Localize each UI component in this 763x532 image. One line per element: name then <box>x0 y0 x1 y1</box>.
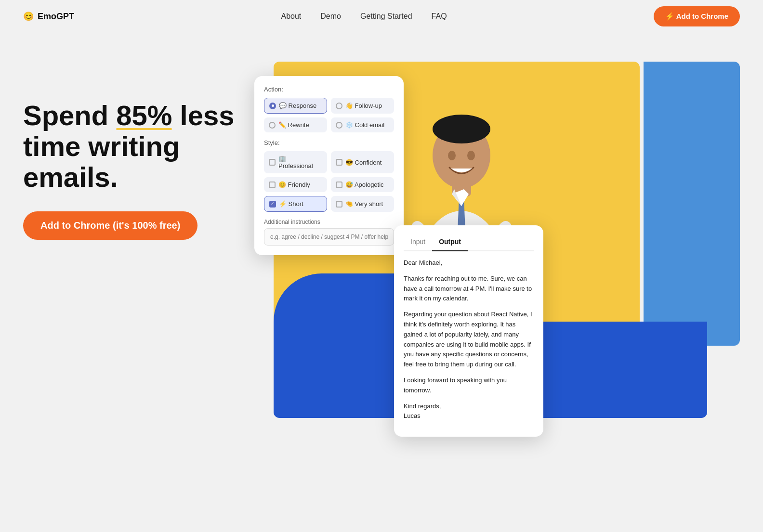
action-cold-email[interactable]: ❄️ Cold email <box>331 117 394 132</box>
email-para1: Thanks for reaching out to me. Sure, we … <box>404 274 534 304</box>
style-apologetic-label: 😅 Apologetic <box>345 181 384 188</box>
hero-highlight: 85% <box>116 100 172 131</box>
action-followup[interactable]: 👋 Follow-up <box>331 98 394 114</box>
bg-blue-arc <box>644 62 740 346</box>
ui-card: Action: 💬 Response 👋 Follow-up ✏️ Rewrit… <box>254 76 404 255</box>
email-greeting: Dear Michael, <box>404 258 534 268</box>
style-short[interactable]: ⚡ Short <box>264 196 327 212</box>
nav-demo[interactable]: Demo <box>320 12 341 20</box>
style-label: Style: <box>264 139 394 146</box>
style-professional[interactable]: 🏢 Professional <box>264 151 327 173</box>
cb-very-short <box>336 201 342 208</box>
style-professional-label: 🏢 Professional <box>278 155 322 169</box>
hero-left: Spend 85% lesstime writingemails. Add to… <box>23 62 254 240</box>
output-body: Dear Michael, Thanks for reaching out to… <box>404 258 534 421</box>
cb-professional <box>269 159 276 166</box>
svg-point-3 <box>433 115 490 143</box>
action-cold-label: ❄️ Cold email <box>345 121 384 129</box>
tab-output[interactable]: Output <box>432 235 468 250</box>
nav-faq[interactable]: FAQ <box>432 12 447 20</box>
svg-point-4 <box>448 151 456 160</box>
nav-links: About Demo Getting Started FAQ <box>281 12 447 21</box>
action-response[interactable]: 💬 Response <box>264 98 327 114</box>
brand-logo[interactable]: 😊 EmoGPT <box>23 11 74 22</box>
output-tabs: Input Output <box>404 235 534 251</box>
radio-cold-dot <box>336 122 342 129</box>
email-para3: Looking forward to speaking with you tom… <box>404 376 534 396</box>
style-very-short[interactable]: 🤏 Very short <box>331 196 394 212</box>
hero-section: Spend 85% lesstime writingemails. Add to… <box>0 33 763 466</box>
brand-name: EmoGPT <box>38 12 74 22</box>
action-followup-label: 👋 Follow-up <box>345 102 382 109</box>
nav-add-chrome-button[interactable]: ⚡ Add to Chrome <box>654 6 740 26</box>
action-grid: 💬 Response 👋 Follow-up ✏️ Rewrite ❄️ Col… <box>264 98 394 132</box>
action-label: Action: <box>264 86 394 93</box>
hero-right: Action: 💬 Response 👋 Follow-up ✏️ Rewrit… <box>254 62 740 447</box>
action-rewrite-label: ✏️ Rewrite <box>278 121 309 129</box>
hero-title: Spend 85% lesstime writingemails. <box>23 100 254 192</box>
style-apologetic[interactable]: 😅 Apologetic <box>331 177 394 192</box>
navbar: 😊 EmoGPT About Demo Getting Started FAQ … <box>0 0 763 33</box>
hero-cta-button[interactable]: Add to Chrome (it's 100% free) <box>23 211 197 240</box>
svg-point-5 <box>467 151 475 160</box>
output-card: Input Output Dear Michael, Thanks for re… <box>394 225 543 437</box>
style-confident-label: 😎 Confident <box>345 159 382 166</box>
logo-emoji: 😊 <box>23 11 34 22</box>
nav-about[interactable]: About <box>281 12 301 20</box>
cb-friendly <box>269 182 276 188</box>
style-grid: 🏢 Professional 😎 Confident 😊 Friendly 😅 … <box>264 151 394 212</box>
tab-input[interactable]: Input <box>404 235 432 250</box>
cb-confident <box>336 159 342 166</box>
email-para2: Regarding your question about React Nati… <box>404 310 534 370</box>
style-friendly[interactable]: 😊 Friendly <box>264 177 327 192</box>
cb-apologetic <box>336 182 342 188</box>
style-short-label: ⚡ Short <box>279 200 303 208</box>
radio-followup-dot <box>336 103 342 109</box>
action-rewrite[interactable]: ✏️ Rewrite <box>264 117 327 132</box>
action-response-label: 💬 Response <box>279 102 316 109</box>
additional-instructions-input[interactable] <box>264 228 394 246</box>
nav-getting-started[interactable]: Getting Started <box>360 12 412 20</box>
additional-instructions-label: Additional instructions <box>264 219 394 225</box>
radio-response-dot <box>269 103 276 109</box>
style-confident[interactable]: 😎 Confident <box>331 151 394 173</box>
cb-short <box>269 201 276 208</box>
radio-rewrite-dot <box>269 122 276 129</box>
style-friendly-label: 😊 Friendly <box>278 181 310 188</box>
style-very-short-label: 🤏 Very short <box>345 200 383 208</box>
email-closing: Kind regards,Lucas <box>404 402 534 422</box>
